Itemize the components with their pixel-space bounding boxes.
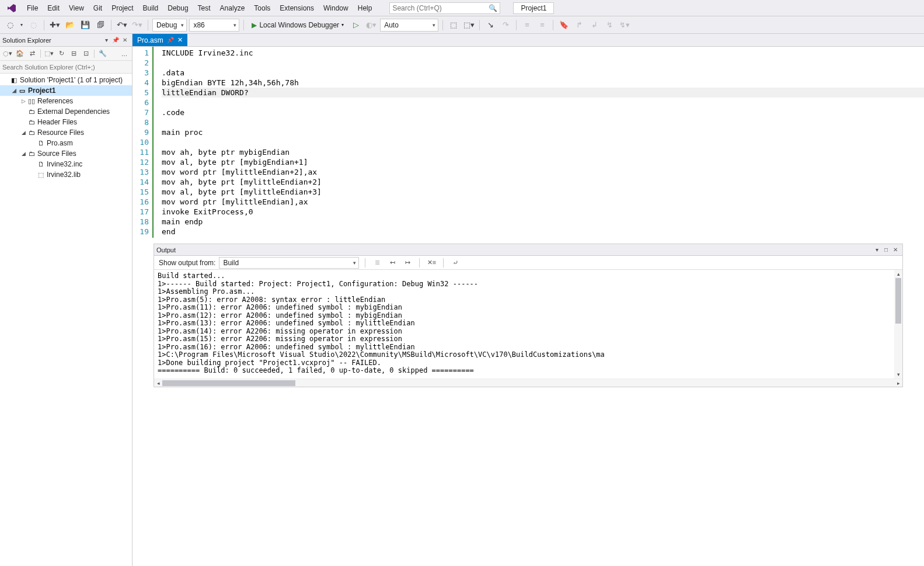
scroll-left-arrow[interactable]: ◂ <box>154 379 162 387</box>
tb-icon-4[interactable]: ≡ <box>536 19 549 32</box>
output-vertical-scrollbar[interactable]: ▴ ▾ <box>894 270 902 379</box>
play-icon: ▶ <box>252 21 257 29</box>
code-editor[interactable]: 12345678910111213141516171819 INCLUDE Ir… <box>133 47 924 238</box>
se-collapse-button[interactable]: ⊟ <box>68 48 79 59</box>
menu-extensions[interactable]: Extensions <box>275 2 319 15</box>
menu-project[interactable]: Project <box>107 2 138 15</box>
save-all-button[interactable]: 🗐 <box>94 19 107 32</box>
menu-file[interactable]: File <box>22 2 43 15</box>
scroll-thumb[interactable] <box>162 380 295 386</box>
step-into-button[interactable]: ↘ <box>484 19 497 32</box>
expand-icon[interactable]: ◢ <box>20 130 27 136</box>
se-more-button[interactable]: … <box>119 48 130 59</box>
menu-view[interactable]: View <box>64 2 89 15</box>
menu-debug[interactable]: Debug <box>163 2 193 15</box>
menu-tools[interactable]: Tools <box>249 2 275 15</box>
output-wrap-button[interactable]: ⤾ <box>449 257 461 269</box>
se-home-button[interactable]: 🏠 <box>15 48 25 59</box>
output-dropdown-button[interactable]: ▾ <box>872 245 881 255</box>
nav-forward-button[interactable]: ◌ <box>27 19 40 32</box>
scroll-up-arrow[interactable]: ▴ <box>894 270 902 278</box>
scroll-right-arrow[interactable]: ▸ <box>894 379 902 387</box>
redo-button[interactable]: ↷▾ <box>131 19 144 32</box>
undo-button[interactable]: ↶▾ <box>116 19 128 32</box>
tree-item[interactable]: 🗀External Dependencies <box>0 106 132 117</box>
output-next-button[interactable]: ↦ <box>402 257 413 269</box>
solution-explorer-header: Solution Explorer ▾ 📌 ✕ <box>0 34 132 47</box>
pin-icon[interactable]: 📌 <box>167 37 174 43</box>
tree-item[interactable]: 🗋Irvine32.inc <box>0 159 132 169</box>
expand-icon[interactable]: ▷ <box>20 98 27 104</box>
tree-item[interactable]: 🗀Header Files <box>0 117 132 127</box>
output-maximize-button[interactable]: □ <box>881 245 891 255</box>
output-clear-button[interactable]: ✕≡ <box>426 257 437 269</box>
code-text[interactable]: INCLUDE Irvine32.inc.databigEndian BYTE … <box>154 47 924 238</box>
save-button[interactable]: 💾 <box>79 19 92 32</box>
solution-explorer-search[interactable] <box>0 61 132 74</box>
tb-icon-5[interactable]: ↱ <box>573 19 585 32</box>
close-icon[interactable]: ✕ <box>177 36 183 44</box>
node-icon: 🗀 <box>27 108 36 115</box>
nav-back-button[interactable]: ◌ <box>4 19 16 32</box>
tree-item[interactable]: ▷▯▯References <box>0 96 132 106</box>
tb-icon-3[interactable]: ≡ <box>521 19 534 32</box>
tb-icon-1[interactable]: ⬚ <box>447 19 460 32</box>
menu-edit[interactable]: Edit <box>43 2 64 15</box>
quick-search-box[interactable]: 🔍 <box>389 2 500 14</box>
node-icon: ▭ <box>18 87 27 95</box>
nav-back-dropdown[interactable]: ▾ <box>19 19 25 32</box>
step-over-button[interactable]: ↷ <box>499 19 512 32</box>
node-icon: ⬚ <box>36 171 46 179</box>
tree-item[interactable]: 🗋Pro.asm <box>0 138 132 148</box>
output-horizontal-scrollbar[interactable]: ◂ ▸ <box>154 379 902 387</box>
menu-window[interactable]: Window <box>319 2 353 15</box>
new-item-button[interactable]: ✚▾ <box>48 19 61 32</box>
panel-dropdown-button[interactable]: ▾ <box>102 36 111 45</box>
se-tool-1[interactable]: ⬚▾ <box>44 48 54 59</box>
tree-item[interactable]: ◧Solution 'Project1' (1 of 1 project) <box>0 75 132 85</box>
tb-icon-6[interactable]: ↲ <box>588 19 601 32</box>
output-prev-button[interactable]: ↤ <box>386 257 398 269</box>
solution-explorer-search-input[interactable] <box>2 64 130 71</box>
expand-icon[interactable]: ◢ <box>11 88 18 93</box>
se-properties-button[interactable]: 🔧 <box>97 48 108 59</box>
tb-icon-7[interactable]: ↯ <box>603 19 616 32</box>
tb-icon-2[interactable]: ⬚▾ <box>462 19 475 32</box>
tab-pro-asm[interactable]: Pro.asm 📌 ✕ <box>133 34 187 46</box>
tree-item[interactable]: ◢▭Project1 <box>0 85 132 96</box>
start-without-debug-button[interactable]: ▷ <box>350 19 362 32</box>
menu-analyze[interactable]: Analyze <box>215 2 250 15</box>
panel-pin-button[interactable]: 📌 <box>111 36 120 45</box>
se-show-all-button[interactable]: ⊡ <box>81 48 91 59</box>
open-button[interactable]: 📂 <box>64 19 76 32</box>
config-combo[interactable]: Debug <box>152 19 187 32</box>
se-sync-button[interactable]: ⇄ <box>27 48 37 59</box>
tb-icon-8[interactable]: ↯▾ <box>618 19 631 32</box>
start-debugger-button[interactable]: ▶ Local Windows Debugger ▾ <box>248 19 347 32</box>
output-find-button[interactable]: ≣ <box>371 257 383 269</box>
quick-search-input[interactable] <box>392 4 489 12</box>
se-refresh-button[interactable]: ↻ <box>56 48 67 59</box>
menu-help[interactable]: Help <box>353 2 377 15</box>
node-label: Source Files <box>37 150 76 158</box>
vs-logo-icon <box>6 2 18 14</box>
output-close-button[interactable]: ✕ <box>891 245 900 255</box>
platform-combo[interactable]: x86 <box>189 19 239 32</box>
panel-close-button[interactable]: ✕ <box>120 36 130 45</box>
output-text[interactable]: Build started... 1>------ Build started:… <box>154 270 894 379</box>
tree-item[interactable]: ⬚Irvine32.lib <box>0 169 132 180</box>
menu-test[interactable]: Test <box>193 2 215 15</box>
solution-tree[interactable]: ◧Solution 'Project1' (1 of 1 project)◢▭P… <box>0 74 132 566</box>
tree-item[interactable]: ◢🗀Source Files <box>0 148 132 159</box>
menu-build[interactable]: Build <box>138 2 163 15</box>
tree-item[interactable]: ◢🗀Resource Files <box>0 127 132 138</box>
scroll-thumb[interactable] <box>895 278 901 324</box>
bookmark-button[interactable]: 🔖 <box>557 19 570 32</box>
menu-git[interactable]: Git <box>89 2 107 15</box>
expand-icon[interactable]: ◢ <box>20 151 27 157</box>
se-back-button[interactable]: ◌▾ <box>2 48 13 59</box>
output-source-combo[interactable]: Build <box>219 257 359 269</box>
debug-target-button[interactable]: ◐▾ <box>365 19 378 32</box>
scroll-down-arrow[interactable]: ▾ <box>894 370 902 379</box>
auto-combo[interactable]: Auto <box>380 19 438 32</box>
